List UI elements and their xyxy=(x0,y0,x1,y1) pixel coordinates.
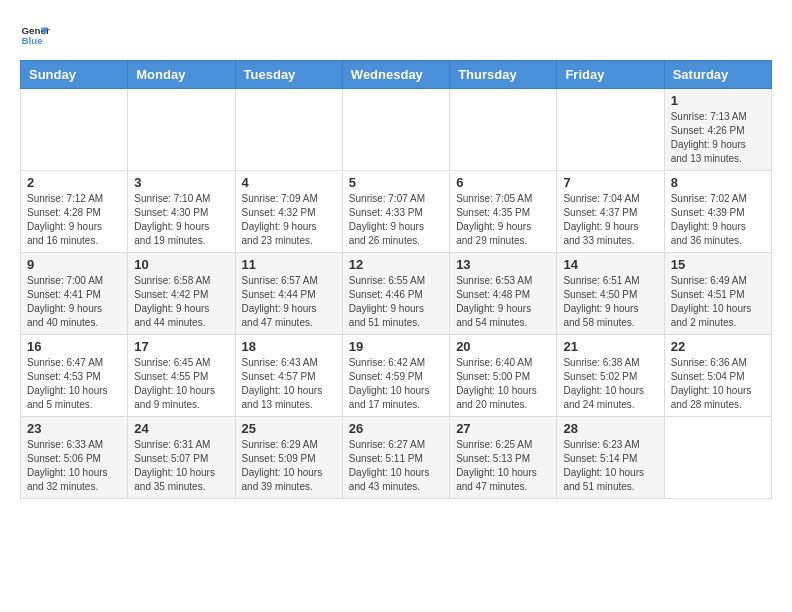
calendar-cell xyxy=(664,417,771,499)
day-header-wednesday: Wednesday xyxy=(342,61,449,89)
week-row-0: 1Sunrise: 7:13 AM Sunset: 4:26 PM Daylig… xyxy=(21,89,772,171)
calendar-cell: 28Sunrise: 6:23 AM Sunset: 5:14 PM Dayli… xyxy=(557,417,664,499)
day-number: 19 xyxy=(349,339,443,354)
calendar-cell: 26Sunrise: 6:27 AM Sunset: 5:11 PM Dayli… xyxy=(342,417,449,499)
day-number: 26 xyxy=(349,421,443,436)
day-info: Sunrise: 7:09 AM Sunset: 4:32 PM Dayligh… xyxy=(242,192,336,248)
day-header-friday: Friday xyxy=(557,61,664,89)
calendar-cell: 6Sunrise: 7:05 AM Sunset: 4:35 PM Daylig… xyxy=(450,171,557,253)
logo: General Blue xyxy=(20,20,50,50)
calendar-cell: 22Sunrise: 6:36 AM Sunset: 5:04 PM Dayli… xyxy=(664,335,771,417)
day-info: Sunrise: 6:29 AM Sunset: 5:09 PM Dayligh… xyxy=(242,438,336,494)
calendar-cell: 12Sunrise: 6:55 AM Sunset: 4:46 PM Dayli… xyxy=(342,253,449,335)
calendar-cell: 16Sunrise: 6:47 AM Sunset: 4:53 PM Dayli… xyxy=(21,335,128,417)
week-row-1: 2Sunrise: 7:12 AM Sunset: 4:28 PM Daylig… xyxy=(21,171,772,253)
calendar-cell xyxy=(450,89,557,171)
week-row-3: 16Sunrise: 6:47 AM Sunset: 4:53 PM Dayli… xyxy=(21,335,772,417)
day-info: Sunrise: 6:33 AM Sunset: 5:06 PM Dayligh… xyxy=(27,438,121,494)
day-number: 24 xyxy=(134,421,228,436)
calendar-cell: 9Sunrise: 7:00 AM Sunset: 4:41 PM Daylig… xyxy=(21,253,128,335)
day-info: Sunrise: 7:13 AM Sunset: 4:26 PM Dayligh… xyxy=(671,110,765,166)
day-info: Sunrise: 6:43 AM Sunset: 4:57 PM Dayligh… xyxy=(242,356,336,412)
day-info: Sunrise: 6:55 AM Sunset: 4:46 PM Dayligh… xyxy=(349,274,443,330)
day-info: Sunrise: 6:47 AM Sunset: 4:53 PM Dayligh… xyxy=(27,356,121,412)
day-number: 14 xyxy=(563,257,657,272)
day-number: 5 xyxy=(349,175,443,190)
day-info: Sunrise: 6:38 AM Sunset: 5:02 PM Dayligh… xyxy=(563,356,657,412)
day-number: 20 xyxy=(456,339,550,354)
calendar-cell: 25Sunrise: 6:29 AM Sunset: 5:09 PM Dayli… xyxy=(235,417,342,499)
day-number: 9 xyxy=(27,257,121,272)
day-number: 18 xyxy=(242,339,336,354)
day-info: Sunrise: 7:04 AM Sunset: 4:37 PM Dayligh… xyxy=(563,192,657,248)
calendar-cell: 19Sunrise: 6:42 AM Sunset: 4:59 PM Dayli… xyxy=(342,335,449,417)
day-info: Sunrise: 6:45 AM Sunset: 4:55 PM Dayligh… xyxy=(134,356,228,412)
day-info: Sunrise: 7:05 AM Sunset: 4:35 PM Dayligh… xyxy=(456,192,550,248)
day-info: Sunrise: 6:27 AM Sunset: 5:11 PM Dayligh… xyxy=(349,438,443,494)
day-number: 23 xyxy=(27,421,121,436)
day-header-monday: Monday xyxy=(128,61,235,89)
day-number: 15 xyxy=(671,257,765,272)
day-info: Sunrise: 6:58 AM Sunset: 4:42 PM Dayligh… xyxy=(134,274,228,330)
day-number: 27 xyxy=(456,421,550,436)
day-number: 22 xyxy=(671,339,765,354)
calendar-cell: 4Sunrise: 7:09 AM Sunset: 4:32 PM Daylig… xyxy=(235,171,342,253)
day-number: 1 xyxy=(671,93,765,108)
calendar-cell: 1Sunrise: 7:13 AM Sunset: 4:26 PM Daylig… xyxy=(664,89,771,171)
day-header-sunday: Sunday xyxy=(21,61,128,89)
calendar-cell: 18Sunrise: 6:43 AM Sunset: 4:57 PM Dayli… xyxy=(235,335,342,417)
day-number: 25 xyxy=(242,421,336,436)
day-header-saturday: Saturday xyxy=(664,61,771,89)
calendar-cell xyxy=(557,89,664,171)
calendar-cell: 10Sunrise: 6:58 AM Sunset: 4:42 PM Dayli… xyxy=(128,253,235,335)
calendar-cell: 14Sunrise: 6:51 AM Sunset: 4:50 PM Dayli… xyxy=(557,253,664,335)
calendar-cell xyxy=(21,89,128,171)
day-number: 8 xyxy=(671,175,765,190)
day-info: Sunrise: 7:12 AM Sunset: 4:28 PM Dayligh… xyxy=(27,192,121,248)
calendar-cell: 11Sunrise: 6:57 AM Sunset: 4:44 PM Dayli… xyxy=(235,253,342,335)
calendar-cell: 17Sunrise: 6:45 AM Sunset: 4:55 PM Dayli… xyxy=(128,335,235,417)
day-info: Sunrise: 7:07 AM Sunset: 4:33 PM Dayligh… xyxy=(349,192,443,248)
day-info: Sunrise: 6:31 AM Sunset: 5:07 PM Dayligh… xyxy=(134,438,228,494)
week-row-2: 9Sunrise: 7:00 AM Sunset: 4:41 PM Daylig… xyxy=(21,253,772,335)
calendar: SundayMondayTuesdayWednesdayThursdayFrid… xyxy=(20,60,772,499)
day-number: 7 xyxy=(563,175,657,190)
logo-icon: General Blue xyxy=(20,20,50,50)
day-info: Sunrise: 6:53 AM Sunset: 4:48 PM Dayligh… xyxy=(456,274,550,330)
day-number: 4 xyxy=(242,175,336,190)
calendar-header-row: SundayMondayTuesdayWednesdayThursdayFrid… xyxy=(21,61,772,89)
day-number: 17 xyxy=(134,339,228,354)
day-info: Sunrise: 6:51 AM Sunset: 4:50 PM Dayligh… xyxy=(563,274,657,330)
svg-text:Blue: Blue xyxy=(22,35,44,46)
day-header-thursday: Thursday xyxy=(450,61,557,89)
day-info: Sunrise: 7:02 AM Sunset: 4:39 PM Dayligh… xyxy=(671,192,765,248)
calendar-cell xyxy=(342,89,449,171)
day-number: 6 xyxy=(456,175,550,190)
day-info: Sunrise: 6:57 AM Sunset: 4:44 PM Dayligh… xyxy=(242,274,336,330)
calendar-cell: 8Sunrise: 7:02 AM Sunset: 4:39 PM Daylig… xyxy=(664,171,771,253)
day-number: 11 xyxy=(242,257,336,272)
calendar-cell: 5Sunrise: 7:07 AM Sunset: 4:33 PM Daylig… xyxy=(342,171,449,253)
calendar-cell: 27Sunrise: 6:25 AM Sunset: 5:13 PM Dayli… xyxy=(450,417,557,499)
calendar-cell: 3Sunrise: 7:10 AM Sunset: 4:30 PM Daylig… xyxy=(128,171,235,253)
day-number: 16 xyxy=(27,339,121,354)
header: General Blue xyxy=(20,20,772,50)
day-info: Sunrise: 6:25 AM Sunset: 5:13 PM Dayligh… xyxy=(456,438,550,494)
day-number: 21 xyxy=(563,339,657,354)
day-number: 3 xyxy=(134,175,228,190)
calendar-cell: 20Sunrise: 6:40 AM Sunset: 5:00 PM Dayli… xyxy=(450,335,557,417)
day-number: 2 xyxy=(27,175,121,190)
week-row-4: 23Sunrise: 6:33 AM Sunset: 5:06 PM Dayli… xyxy=(21,417,772,499)
day-info: Sunrise: 6:40 AM Sunset: 5:00 PM Dayligh… xyxy=(456,356,550,412)
calendar-cell: 15Sunrise: 6:49 AM Sunset: 4:51 PM Dayli… xyxy=(664,253,771,335)
day-info: Sunrise: 6:23 AM Sunset: 5:14 PM Dayligh… xyxy=(563,438,657,494)
calendar-cell: 24Sunrise: 6:31 AM Sunset: 5:07 PM Dayli… xyxy=(128,417,235,499)
calendar-cell: 23Sunrise: 6:33 AM Sunset: 5:06 PM Dayli… xyxy=(21,417,128,499)
day-number: 10 xyxy=(134,257,228,272)
day-number: 28 xyxy=(563,421,657,436)
calendar-cell xyxy=(235,89,342,171)
day-number: 12 xyxy=(349,257,443,272)
calendar-cell: 7Sunrise: 7:04 AM Sunset: 4:37 PM Daylig… xyxy=(557,171,664,253)
day-header-tuesday: Tuesday xyxy=(235,61,342,89)
day-info: Sunrise: 6:42 AM Sunset: 4:59 PM Dayligh… xyxy=(349,356,443,412)
